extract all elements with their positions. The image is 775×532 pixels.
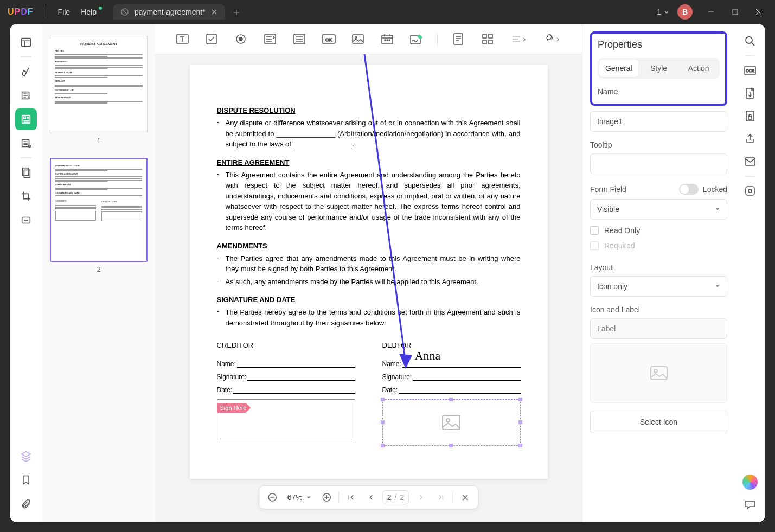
image-field-tool[interactable]	[349, 30, 367, 48]
ocr-button[interactable]: OCR	[740, 61, 760, 80]
debtor-image-field[interactable]	[382, 399, 521, 446]
zoom-select[interactable]: 67%	[284, 493, 315, 502]
radio-tool[interactable]	[232, 30, 249, 48]
heading-signature: SIGNATURE AND DATE	[217, 296, 521, 304]
center-panel: OK DISPUTE RESOLUTION -Any dispute or di…	[155, 24, 582, 522]
readonly-checkbox[interactable]: Read Only	[590, 226, 727, 235]
share-button[interactable]	[740, 129, 760, 149]
next-page-button[interactable]	[413, 490, 428, 505]
document-viewport[interactable]: DISPUTE RESOLUTION -Any dispute or diffe…	[155, 54, 582, 522]
creditor-sign-field[interactable]: Sign Here	[217, 399, 355, 440]
heading-amendments: AMENDMENTS	[217, 242, 521, 250]
title-bar: UPDF File Help payment-agreement* ＋ 1 B	[0, 0, 775, 24]
edit-tool[interactable]	[15, 85, 37, 106]
checkbox-tool[interactable]	[203, 30, 220, 48]
svg-point-32	[446, 419, 450, 422]
search-button[interactable]	[740, 31, 760, 51]
align-tool[interactable]	[508, 30, 530, 48]
tab-action[interactable]: Action	[679, 60, 718, 77]
text-amend1: The Parties agree that any amendments ma…	[226, 253, 521, 274]
thumbnail-page-1[interactable]: PAYMENT AGREEMENT PARTIES AGREEMENT PAYM…	[50, 35, 148, 133]
tooltip-input[interactable]	[590, 153, 727, 174]
listbox-tool[interactable]	[291, 30, 308, 48]
prev-page-button[interactable]	[363, 490, 378, 505]
form-grid-tool[interactable]	[479, 30, 496, 48]
text-sign: The Parties hereby agree to the terms an…	[226, 307, 521, 328]
layers-tool[interactable]	[15, 445, 37, 467]
chevron-down-icon	[663, 9, 670, 15]
protect-button[interactable]	[740, 106, 760, 126]
svg-point-14	[239, 37, 242, 41]
maximize-button[interactable]	[723, 3, 747, 21]
svg-rect-1	[733, 10, 738, 15]
rail-separator	[745, 55, 755, 56]
page-navigation: 67% 2 / 2	[259, 485, 479, 509]
svg-point-45	[748, 189, 752, 193]
page-input[interactable]: 2 / 2	[382, 490, 409, 504]
select-icon-button[interactable]: Select Icon	[590, 411, 727, 433]
comments-button[interactable]	[740, 495, 760, 515]
menu-file[interactable]: File	[53, 5, 76, 18]
thumbnail-page-2[interactable]: DISPUTE RESOLUTION ENTIRE AGREEMENT AMEN…	[50, 158, 148, 262]
user-avatar[interactable]: B	[677, 4, 693, 20]
ai-assistant-button[interactable]	[740, 472, 760, 492]
signature-tool[interactable]	[408, 30, 425, 48]
text-dispute: Any dispute or difference whatsoever ari…	[226, 118, 521, 150]
form-recognize-tool[interactable]	[450, 30, 467, 48]
app-logo: UPDF	[8, 7, 34, 17]
layout-select[interactable]: Icon only	[590, 276, 727, 297]
heading-entire: ENTIRE AGREEMENT	[217, 158, 521, 166]
ai-icon	[742, 475, 758, 490]
close-tab-icon[interactable]	[211, 9, 217, 15]
name-input[interactable]	[590, 111, 727, 132]
forms-tool[interactable]	[15, 108, 37, 130]
pages-tool[interactable]	[15, 162, 37, 183]
svg-text:OK: OK	[325, 37, 332, 42]
signature-block: CREDITOR Name: Signature: Date: Sign Her…	[217, 341, 521, 446]
menu-help[interactable]: Help	[75, 5, 102, 18]
sign-here-tag: Sign Here	[217, 403, 251, 413]
attachment-tool[interactable]	[15, 493, 37, 515]
svg-rect-28	[489, 34, 492, 38]
dropdown-tool[interactable]	[261, 30, 279, 48]
add-tab-button[interactable]: ＋	[232, 5, 241, 18]
svg-rect-5	[23, 117, 25, 119]
properties-tabs: General Style Action	[598, 58, 720, 79]
minimize-button[interactable]	[699, 3, 723, 21]
zoom-in-button[interactable]	[319, 490, 334, 505]
visibility-select[interactable]: Visible	[590, 199, 727, 220]
nav-separator	[452, 491, 453, 503]
compress-button[interactable]	[740, 181, 760, 201]
email-button[interactable]	[740, 152, 760, 171]
text-field-tool[interactable]	[174, 30, 191, 48]
window-count[interactable]: 1	[657, 8, 670, 16]
rail-separator	[745, 176, 755, 177]
svg-point-20	[355, 36, 357, 38]
label-locked: Locked	[703, 185, 727, 194]
svg-rect-30	[489, 40, 492, 44]
document-icon	[120, 8, 129, 16]
form-settings-tool[interactable]	[542, 30, 563, 48]
document-tab[interactable]: payment-agreement*	[113, 4, 225, 20]
close-window-button[interactable]	[747, 3, 771, 21]
redact-tool[interactable]	[15, 209, 37, 231]
bookmark-tool[interactable]	[15, 469, 37, 491]
date-field-tool[interactable]	[379, 30, 396, 48]
svg-rect-19	[353, 35, 363, 43]
organize-tool[interactable]	[15, 132, 37, 154]
tab-style[interactable]: Style	[639, 60, 678, 77]
first-page-button[interactable]	[343, 490, 358, 505]
crop-tool[interactable]	[15, 185, 37, 207]
last-page-button[interactable]	[433, 490, 448, 505]
label-iconlabel: Icon and Label	[590, 305, 727, 314]
label-layout: Layout	[590, 263, 727, 272]
close-nav-button[interactable]	[457, 490, 472, 505]
highlight-tool[interactable]	[15, 61, 37, 82]
zoom-out-button[interactable]	[265, 490, 280, 505]
tab-general[interactable]: General	[599, 60, 638, 77]
convert-button[interactable]	[740, 84, 760, 103]
locked-toggle[interactable]	[679, 184, 699, 195]
notification-dot-icon	[99, 7, 102, 10]
thumbnails-tool[interactable]	[15, 31, 37, 53]
button-tool[interactable]: OK	[320, 30, 337, 48]
